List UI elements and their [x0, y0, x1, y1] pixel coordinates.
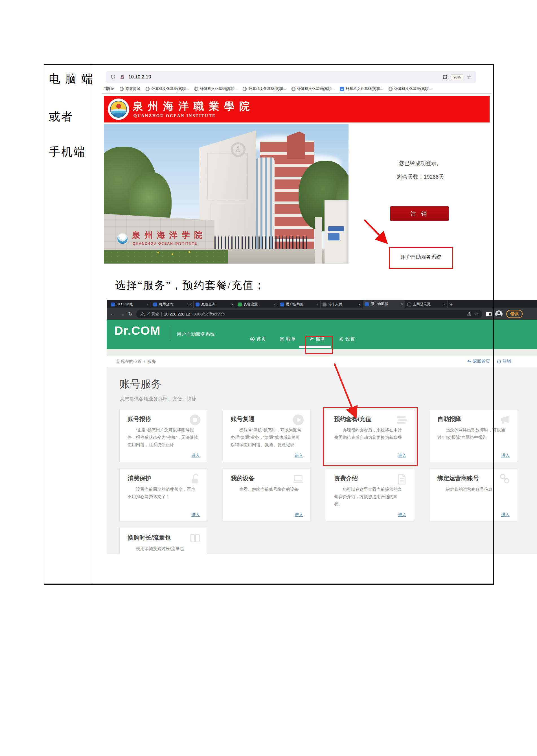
- breadcrumb-location: 您现在的位置: [116, 359, 142, 364]
- qr-grid-icon[interactable]: [442, 74, 447, 80]
- card-exchange-package[interactable]: 换购时长/流量包 使用余额换购时长/流量包: [119, 528, 207, 554]
- enter-link[interactable]: 进入: [501, 453, 510, 458]
- login-success-text: 您已经成功登录。: [392, 160, 449, 167]
- breadcrumb-separator: /: [144, 359, 145, 364]
- back-icon[interactable]: ←: [110, 311, 115, 317]
- left-label-mobile: 手机端: [49, 144, 86, 159]
- share-icon[interactable]: [467, 312, 472, 316]
- tab-label: 用户自助服: [371, 302, 400, 307]
- annotation-box-services-nav: [305, 336, 333, 354]
- school-name-en: QUANZHOU OCEAN INSTITUTE: [134, 113, 216, 118]
- card-tariff-intro[interactable]: 资费介绍 您可以在这里查看当前提供的套餐资费介绍，方便您选用合适的套餐。 进入: [326, 468, 414, 522]
- hedge: [104, 250, 228, 264]
- screenshot-login-page: 10.10.2.10 90% ☆ 用网址 京东商城 计算机文化基础(高职... …: [102, 68, 491, 265]
- bookmark-item[interactable]: 计算机文化基础(高职...: [340, 86, 383, 91]
- tab-close-icon[interactable]: ×: [189, 302, 191, 307]
- url-divider: [161, 312, 162, 316]
- enter-link[interactable]: 进入: [295, 453, 303, 458]
- tab-close-icon[interactable]: ×: [231, 302, 234, 307]
- bookmark-label: 京东商城: [126, 86, 140, 91]
- card-desc: 您可以在这里查看当前提供的套餐资费介绍，方便您选用合适的套餐。: [334, 486, 406, 507]
- enter-link[interactable]: 进入: [191, 512, 200, 518]
- card-my-devices[interactable]: 我的设备 查看、解绑当前账号绑定的设备 进入: [223, 468, 311, 522]
- bookmark-label: 计算机文化基础(高职...: [151, 86, 189, 91]
- left-label-or: 或者: [49, 109, 74, 124]
- tab-self-service-active[interactable]: 用户自助服×: [363, 300, 405, 308]
- logout-button[interactable]: 注 销: [390, 206, 449, 221]
- portal-nav: 首页 账单 服务 设置: [250, 336, 355, 342]
- play-icon: [292, 413, 305, 426]
- bookmark-item[interactable]: 京东商城: [119, 86, 140, 91]
- service-card-grid: 账号报停 “正常”状态用户您可以将账号报停，报停后状态变为“停机”，无法继续使用…: [119, 409, 517, 554]
- url-text[interactable]: 10.10.2.10: [128, 74, 151, 80]
- tab-tariff-settings[interactable]: 资费设置×: [236, 301, 278, 308]
- sun-icon: [116, 104, 121, 109]
- address-bar[interactable]: 10.10.2.10 90% ☆: [106, 71, 476, 83]
- enter-link[interactable]: 进入: [295, 512, 303, 518]
- side-panel-icon[interactable]: [486, 312, 492, 316]
- tab-close-icon[interactable]: ×: [274, 302, 276, 307]
- nav-bills[interactable]: 账单: [280, 336, 296, 342]
- globe-favicon: [407, 303, 411, 307]
- card-desc: 查看、解绑当前账号绑定的设备: [231, 486, 303, 493]
- tab-close-icon[interactable]: ×: [147, 302, 149, 307]
- bookmark-item[interactable]: 计算机文化基础(高职...: [291, 86, 335, 91]
- browser-tab-bar: Dr.COM账× 费用查询× 充值查询× 资费设置× 用户自助服× 停车支付× …: [107, 300, 537, 308]
- shield-icon: [110, 74, 116, 80]
- laptop-icon: [292, 473, 305, 486]
- logout-link[interactable]: 注销: [497, 359, 511, 364]
- bookmark-item[interactable]: 计算机文化基础(高职...: [145, 86, 189, 91]
- drcom-subtitle: 用户自助服务系统: [177, 331, 215, 338]
- card-consumption-protect[interactable]: 消费保护 设置当前周期的消费额度，再也不用担心网费透支了！ 进入: [119, 468, 207, 522]
- profile-avatar[interactable]: [495, 311, 503, 318]
- gate-pillar: [315, 217, 322, 264]
- drcom-favicon: [153, 303, 157, 307]
- bookmark-star-icon[interactable]: ☆: [474, 311, 478, 317]
- bookmark-item[interactable]: 计算机文化基础(高职...: [194, 86, 237, 91]
- bookmark-label: 计算机文化基础(高职...: [394, 86, 432, 91]
- nav-settings[interactable]: 设置: [339, 336, 355, 342]
- bookmark-item[interactable]: 用网址: [103, 86, 114, 91]
- tab-self-service-1[interactable]: 用户自助服×: [278, 301, 320, 308]
- new-tab-button[interactable]: +: [447, 301, 455, 308]
- reload-icon[interactable]: ↻: [128, 311, 133, 317]
- card-fault-report[interactable]: 自助报障 当您的网络出现故障时，可以通过“自助报障”向网络中报告 进入: [429, 409, 517, 462]
- tab-drcom[interactable]: Dr.COM账×: [109, 301, 151, 308]
- browser-toolbar: ← → ↻ 不安全 10.220.220.12 :8080/Self/servi…: [107, 308, 537, 320]
- address-bar[interactable]: 不安全 10.220.220.12 :8080/Self/service ☆: [136, 310, 482, 318]
- tab-label: 资费设置: [243, 302, 272, 307]
- tab-recharge-query[interactable]: 充值查询×: [193, 301, 236, 308]
- self-service-link[interactable]: 用户自助服务系统: [390, 248, 452, 266]
- annotation-box-selfservice: 用户自助服务系统: [389, 247, 453, 269]
- tab-login-page[interactable]: 上网登录页×: [405, 301, 447, 308]
- back-home-link[interactable]: 返回首页: [467, 359, 490, 364]
- nav-home[interactable]: 首页: [250, 336, 266, 342]
- enter-link[interactable]: 进入: [191, 453, 200, 458]
- lock-disabled-icon: [119, 74, 125, 80]
- card-account-suspend[interactable]: 账号报停 “正常”状态用户您可以将账号报停，报停后状态变为“停机”，无法继续使用…: [119, 409, 207, 462]
- wave-shape: [110, 113, 127, 118]
- drcom-favicon: [195, 303, 199, 307]
- bookmark-item[interactable]: 计算机文化基础(高职...: [388, 86, 432, 91]
- breadcrumb-bar: 您现在的位置 / 服务 返回首页 注销: [107, 356, 537, 367]
- breadcrumb: 您现在的位置 / 服务: [116, 359, 156, 364]
- zoom-level-badge[interactable]: 90%: [451, 74, 463, 80]
- tab-close-icon[interactable]: ×: [401, 302, 403, 307]
- enter-link[interactable]: 进入: [501, 512, 510, 518]
- card-account-resume[interactable]: 账号复通 当账号“停机”状态时，可以为账号办理“复通”业务，“复通”成功后您将可…: [223, 409, 311, 462]
- bookmark-star-icon[interactable]: ☆: [467, 74, 472, 80]
- tab-fee-query[interactable]: 费用查询×: [151, 301, 193, 308]
- tab-close-icon[interactable]: ×: [358, 302, 361, 307]
- tab-parking-pay[interactable]: 停车支付×: [320, 301, 363, 308]
- enter-link[interactable]: 进入: [398, 512, 406, 518]
- tab-close-icon[interactable]: ×: [316, 302, 318, 307]
- megaphone-icon: [498, 413, 511, 426]
- bookmark-item[interactable]: 计算机文化基础(高职...: [242, 86, 286, 91]
- bookmark-label: 计算机文化基础(高职...: [297, 86, 335, 91]
- error-badge[interactable]: 错误: [506, 310, 522, 318]
- tab-close-icon[interactable]: ×: [443, 302, 445, 307]
- anchor-emblem: [231, 142, 245, 157]
- back-home-label: 返回首页: [473, 359, 490, 364]
- forward-icon[interactable]: →: [119, 311, 124, 317]
- card-bind-operator[interactable]: 绑定运营商账号 绑定您的运营商账号信息 进入: [429, 468, 517, 522]
